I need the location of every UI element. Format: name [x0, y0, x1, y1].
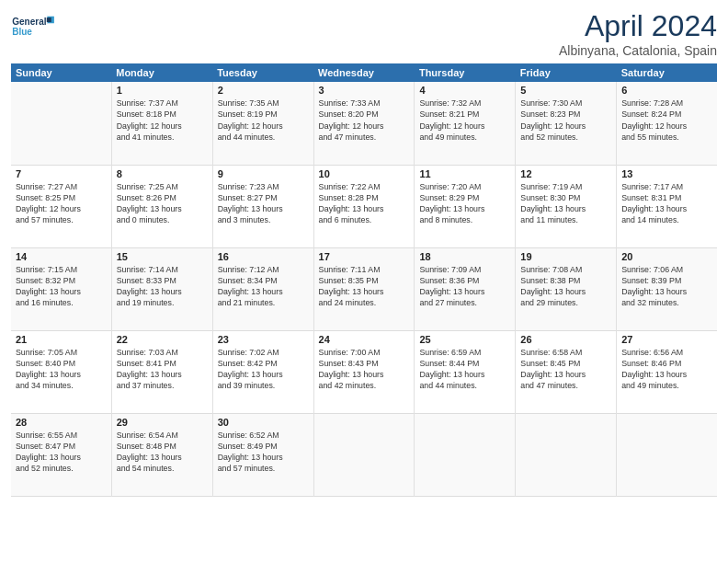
- calendar-cell: 7Sunrise: 7:27 AM Sunset: 8:25 PM Daylig…: [11, 165, 111, 247]
- month-title: April 2024: [559, 9, 717, 43]
- day-number: 14: [16, 251, 107, 262]
- day-number: 12: [520, 168, 611, 179]
- day-number: 4: [419, 85, 510, 96]
- day-number: 5: [520, 85, 611, 96]
- day-info: Sunrise: 6:56 AM Sunset: 8:46 PM Dayligh…: [621, 347, 712, 392]
- calendar-cell: 27Sunrise: 6:56 AM Sunset: 8:46 PM Dayli…: [617, 330, 717, 413]
- calendar-cell: 22Sunrise: 7:03 AM Sunset: 8:41 PM Dayli…: [111, 330, 212, 413]
- day-info: Sunrise: 6:52 AM Sunset: 8:49 PM Dayligh…: [218, 430, 309, 475]
- calendar-cell: 12Sunrise: 7:19 AM Sunset: 8:30 PM Dayli…: [516, 165, 617, 247]
- day-number: 7: [16, 168, 107, 179]
- day-info: Sunrise: 7:08 AM Sunset: 8:38 PM Dayligh…: [520, 264, 611, 309]
- calendar-cell: [313, 413, 415, 496]
- day-number: 29: [117, 417, 208, 428]
- day-info: Sunrise: 7:28 AM Sunset: 8:24 PM Dayligh…: [621, 98, 712, 143]
- day-number: 20: [621, 251, 712, 262]
- calendar-cell: 18Sunrise: 7:09 AM Sunset: 8:36 PM Dayli…: [415, 247, 516, 330]
- week-row-1: 7Sunrise: 7:27 AM Sunset: 8:25 PM Daylig…: [11, 165, 717, 247]
- day-info: Sunrise: 7:32 AM Sunset: 8:21 PM Dayligh…: [419, 98, 510, 143]
- day-info: Sunrise: 7:37 AM Sunset: 8:18 PM Dayligh…: [117, 98, 208, 143]
- calendar-cell: 19Sunrise: 7:08 AM Sunset: 8:38 PM Dayli…: [516, 247, 617, 330]
- calendar-header: Sunday Monday Tuesday Wednesday Thursday…: [11, 63, 717, 82]
- day-info: Sunrise: 7:20 AM Sunset: 8:29 PM Dayligh…: [419, 181, 510, 226]
- day-number: 1: [117, 85, 208, 96]
- calendar-cell: 5Sunrise: 7:30 AM Sunset: 8:23 PM Daylig…: [516, 82, 617, 165]
- day-info: Sunrise: 7:05 AM Sunset: 8:40 PM Dayligh…: [16, 347, 107, 392]
- calendar-cell: 23Sunrise: 7:02 AM Sunset: 8:42 PM Dayli…: [212, 330, 313, 413]
- day-info: Sunrise: 6:58 AM Sunset: 8:45 PM Dayligh…: [520, 347, 611, 392]
- day-number: 2: [218, 85, 309, 96]
- day-info: Sunrise: 7:19 AM Sunset: 8:30 PM Dayligh…: [520, 181, 611, 226]
- day-number: 25: [419, 334, 510, 345]
- day-info: Sunrise: 7:23 AM Sunset: 8:27 PM Dayligh…: [218, 181, 309, 226]
- week-row-0: 1Sunrise: 7:37 AM Sunset: 8:18 PM Daylig…: [11, 82, 717, 165]
- day-info: Sunrise: 7:00 AM Sunset: 8:43 PM Dayligh…: [319, 347, 410, 392]
- calendar-cell: 25Sunrise: 6:59 AM Sunset: 8:44 PM Dayli…: [415, 330, 516, 413]
- header-monday: Monday: [111, 63, 212, 82]
- calendar-cell: 4Sunrise: 7:32 AM Sunset: 8:21 PM Daylig…: [415, 82, 516, 165]
- day-number: 30: [218, 417, 309, 428]
- day-info: Sunrise: 7:22 AM Sunset: 8:28 PM Dayligh…: [319, 181, 410, 226]
- header-tuesday: Tuesday: [212, 63, 313, 82]
- day-number: 19: [520, 251, 611, 262]
- day-number: 22: [117, 334, 208, 345]
- calendar-cell: [617, 413, 717, 496]
- calendar-cell: 11Sunrise: 7:20 AM Sunset: 8:29 PM Dayli…: [415, 165, 516, 247]
- calendar-cell: 2Sunrise: 7:35 AM Sunset: 8:19 PM Daylig…: [212, 82, 313, 165]
- calendar-cell: 16Sunrise: 7:12 AM Sunset: 8:34 PM Dayli…: [212, 247, 313, 330]
- day-info: Sunrise: 7:02 AM Sunset: 8:42 PM Dayligh…: [218, 347, 309, 392]
- day-number: 3: [319, 85, 410, 96]
- day-number: 23: [218, 334, 309, 345]
- calendar-body: 1Sunrise: 7:37 AM Sunset: 8:18 PM Daylig…: [11, 82, 717, 496]
- day-number: 8: [117, 168, 208, 179]
- day-number: 16: [218, 251, 309, 262]
- calendar-cell: 28Sunrise: 6:55 AM Sunset: 8:47 PM Dayli…: [11, 413, 111, 496]
- calendar-cell: [11, 82, 111, 165]
- day-info: Sunrise: 7:25 AM Sunset: 8:26 PM Dayligh…: [117, 181, 208, 226]
- calendar-cell: [415, 413, 516, 496]
- calendar-cell: 10Sunrise: 7:22 AM Sunset: 8:28 PM Dayli…: [313, 165, 415, 247]
- day-number: 6: [621, 85, 712, 96]
- header-wednesday: Wednesday: [313, 63, 415, 82]
- day-info: Sunrise: 7:14 AM Sunset: 8:33 PM Dayligh…: [117, 264, 208, 309]
- day-number: 18: [419, 251, 510, 262]
- day-info: Sunrise: 7:35 AM Sunset: 8:19 PM Dayligh…: [218, 98, 309, 143]
- location-subtitle: Albinyana, Catalonia, Spain: [559, 43, 717, 58]
- calendar-cell: 14Sunrise: 7:15 AM Sunset: 8:32 PM Dayli…: [11, 247, 111, 330]
- calendar-cell: 17Sunrise: 7:11 AM Sunset: 8:35 PM Dayli…: [313, 247, 415, 330]
- logo-svg: General Blue: [11, 9, 57, 46]
- day-number: 28: [16, 417, 107, 428]
- day-info: Sunrise: 7:30 AM Sunset: 8:23 PM Dayligh…: [520, 98, 611, 143]
- day-number: 15: [117, 251, 208, 262]
- week-row-4: 28Sunrise: 6:55 AM Sunset: 8:47 PM Dayli…: [11, 413, 717, 496]
- week-row-2: 14Sunrise: 7:15 AM Sunset: 8:32 PM Dayli…: [11, 247, 717, 330]
- day-number: 13: [621, 168, 712, 179]
- calendar-cell: 6Sunrise: 7:28 AM Sunset: 8:24 PM Daylig…: [617, 82, 717, 165]
- day-number: 27: [621, 334, 712, 345]
- day-info: Sunrise: 7:15 AM Sunset: 8:32 PM Dayligh…: [16, 264, 107, 309]
- logo: General Blue: [11, 9, 57, 46]
- day-info: Sunrise: 7:12 AM Sunset: 8:34 PM Dayligh…: [218, 264, 309, 309]
- day-number: 11: [419, 168, 510, 179]
- day-number: 9: [218, 168, 309, 179]
- day-info: Sunrise: 6:55 AM Sunset: 8:47 PM Dayligh…: [16, 430, 107, 475]
- calendar-cell: 1Sunrise: 7:37 AM Sunset: 8:18 PM Daylig…: [111, 82, 212, 165]
- day-info: Sunrise: 6:59 AM Sunset: 8:44 PM Dayligh…: [419, 347, 510, 392]
- header-friday: Friday: [516, 63, 617, 82]
- page: General Blue April 2024 Albinyana, Catal…: [0, 0, 728, 563]
- calendar-cell: 26Sunrise: 6:58 AM Sunset: 8:45 PM Dayli…: [516, 330, 617, 413]
- header: General Blue April 2024 Albinyana, Catal…: [11, 9, 717, 58]
- calendar-cell: 3Sunrise: 7:33 AM Sunset: 8:20 PM Daylig…: [313, 82, 415, 165]
- calendar-cell: 8Sunrise: 7:25 AM Sunset: 8:26 PM Daylig…: [111, 165, 212, 247]
- calendar-cell: 30Sunrise: 6:52 AM Sunset: 8:49 PM Dayli…: [212, 413, 313, 496]
- day-number: 17: [319, 251, 410, 262]
- day-info: Sunrise: 7:03 AM Sunset: 8:41 PM Dayligh…: [117, 347, 208, 392]
- day-info: Sunrise: 6:54 AM Sunset: 8:48 PM Dayligh…: [117, 430, 208, 475]
- calendar-cell: [516, 413, 617, 496]
- day-info: Sunrise: 7:06 AM Sunset: 8:39 PM Dayligh…: [621, 264, 712, 309]
- title-block: April 2024 Albinyana, Catalonia, Spain: [559, 9, 717, 58]
- day-info: Sunrise: 7:11 AM Sunset: 8:35 PM Dayligh…: [319, 264, 410, 309]
- day-info: Sunrise: 7:33 AM Sunset: 8:20 PM Dayligh…: [319, 98, 410, 143]
- calendar-cell: 21Sunrise: 7:05 AM Sunset: 8:40 PM Dayli…: [11, 330, 111, 413]
- day-number: 24: [319, 334, 410, 345]
